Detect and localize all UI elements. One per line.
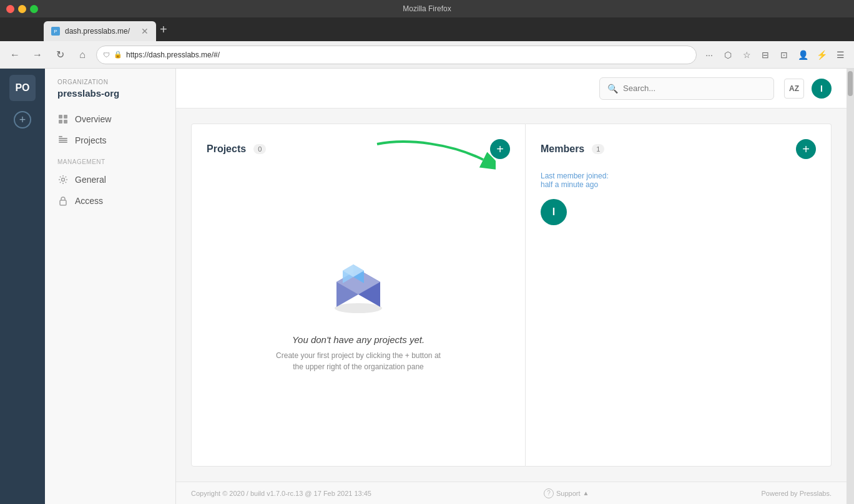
new-tab-button[interactable]: + xyxy=(160,22,167,37)
last-joined-time: half a minute ago xyxy=(541,180,598,189)
members-header: Members 1 + xyxy=(541,139,816,159)
management-label: MANAGEMENT xyxy=(45,151,175,169)
members-pane: Members 1 + Last member joined: half a m… xyxy=(526,124,832,467)
lock-icon: 🔒 xyxy=(114,51,122,59)
add-project-button[interactable]: + xyxy=(490,139,510,159)
svg-rect-1 xyxy=(64,115,67,119)
tab-close-button[interactable]: ✕ xyxy=(141,26,149,36)
extensions-button[interactable]: ⚡ xyxy=(814,47,829,62)
general-label: General xyxy=(75,175,106,185)
sidebar-item-access[interactable]: Access xyxy=(45,190,175,211)
support-section: ? Support ▲ xyxy=(544,488,589,498)
projects-header: Projects 0 + xyxy=(207,139,510,159)
tab-bar: P dash.presslabs.me/ ✕ + xyxy=(0,17,854,41)
top-bar-actions: AZ I xyxy=(784,79,832,99)
reload-button[interactable]: ↻ xyxy=(51,46,69,64)
library-button[interactable]: ⊟ xyxy=(758,47,773,62)
org-name: presslabs-org xyxy=(45,88,175,109)
account-button[interactable]: 👤 xyxy=(795,47,810,62)
members-title: Members xyxy=(541,143,584,155)
chevron-up-icon: ▲ xyxy=(583,490,589,497)
minimize-button[interactable] xyxy=(18,5,26,13)
browser-nav-bar: ← → ↻ ⌂ 🛡 🔒 https://dash.presslabs.me/#/… xyxy=(0,41,854,69)
svg-rect-9 xyxy=(60,200,66,205)
org-label: ORGANIZATION xyxy=(45,79,175,88)
sidebar: PO + xyxy=(0,69,45,504)
footer: Copyright © 2020 / build v1.7.0-rc.13 @ … xyxy=(176,482,847,504)
member-meta: Last member joined: half a minute ago xyxy=(541,172,816,189)
org-avatar[interactable]: PO xyxy=(9,75,36,101)
projects-empty-state: You don't have any projects yet. Create … xyxy=(207,172,510,451)
grid-icon xyxy=(57,114,69,125)
svg-rect-4 xyxy=(59,138,67,139)
scrollbar[interactable] xyxy=(847,69,854,504)
access-label: Access xyxy=(75,196,103,206)
projects-pane: Projects 0 + xyxy=(191,124,526,467)
tab-favicon: P xyxy=(51,27,60,36)
last-joined-label: Last member joined: xyxy=(541,172,609,180)
svg-point-10 xyxy=(335,303,382,313)
sidebar-add-button[interactable]: + xyxy=(14,111,31,128)
svg-rect-3 xyxy=(64,120,67,124)
cube-illustration xyxy=(324,251,393,322)
members-count: 1 xyxy=(592,144,604,154)
close-button[interactable] xyxy=(6,5,14,13)
window-title: Mozilla Firefox xyxy=(403,4,451,13)
az-button[interactable]: AZ xyxy=(784,79,804,99)
forward-button[interactable]: → xyxy=(29,46,46,64)
search-input[interactable] xyxy=(623,84,766,93)
svg-rect-7 xyxy=(59,136,62,137)
user-avatar[interactable]: I xyxy=(812,79,832,99)
main-content: 🔍 AZ I Projects 0 + xyxy=(176,69,847,504)
app-wrapper: PO + ORGANIZATION presslabs-org Overview xyxy=(0,69,854,504)
gear-icon xyxy=(57,174,69,185)
projects-title: Projects xyxy=(207,143,246,155)
url-text: https://dash.presslabs.me/#/ xyxy=(126,51,220,59)
more-button[interactable]: ··· xyxy=(702,47,717,62)
traffic-lights xyxy=(6,5,38,13)
sidebar-item-projects[interactable]: Projects xyxy=(45,130,175,151)
empty-title: You don't have any projects yet. xyxy=(292,334,425,345)
svg-rect-0 xyxy=(59,115,62,119)
projects-icon xyxy=(57,135,69,146)
svg-rect-5 xyxy=(59,140,67,141)
search-icon: 🔍 xyxy=(607,84,618,94)
pocket-button[interactable]: ⬡ xyxy=(720,47,735,62)
lock-icon xyxy=(57,195,69,206)
home-button[interactable]: ⌂ xyxy=(74,46,91,64)
content-area: Projects 0 + xyxy=(176,109,847,482)
sidebar-item-overview[interactable]: Overview xyxy=(45,109,175,130)
browser-nav-right: ··· ⬡ ☆ ⊟ ⊡ 👤 ⚡ ☰ xyxy=(702,47,848,62)
content-panels: Projects 0 + xyxy=(191,124,832,467)
title-bar: Mozilla Firefox xyxy=(0,0,854,17)
overview-label: Overview xyxy=(75,114,111,124)
maximize-button[interactable] xyxy=(30,5,38,13)
svg-rect-2 xyxy=(59,120,62,124)
url-bar[interactable]: 🛡 🔒 https://dash.presslabs.me/#/ xyxy=(96,46,697,64)
scroll-thumb[interactable] xyxy=(848,71,853,96)
tab-title: dash.presslabs.me/ xyxy=(65,27,130,36)
svg-rect-6 xyxy=(59,142,67,143)
browser-window: Mozilla Firefox P dash.presslabs.me/ ✕ +… xyxy=(0,0,854,504)
copyright-text: Copyright © 2020 / build v1.7.0-rc.13 @ … xyxy=(191,490,371,497)
support-icon: ? xyxy=(544,488,554,498)
sidebar-item-general[interactable]: General xyxy=(45,169,175,190)
support-label[interactable]: Support xyxy=(556,490,581,497)
top-bar: 🔍 AZ I xyxy=(176,69,847,109)
empty-desc: Create your first project by clicking th… xyxy=(271,350,446,372)
add-member-button[interactable]: + xyxy=(796,139,816,159)
projects-count: 0 xyxy=(253,144,266,154)
active-tab[interactable]: P dash.presslabs.me/ ✕ xyxy=(44,21,156,41)
back-button[interactable]: ← xyxy=(6,46,24,64)
menu-button[interactable]: ☰ xyxy=(833,47,848,62)
shield-icon: 🛡 xyxy=(103,51,110,59)
search-box[interactable]: 🔍 xyxy=(599,77,774,100)
member-avatar[interactable]: I xyxy=(541,199,567,225)
powered-by-text: Powered by Presslabs. xyxy=(761,490,832,497)
svg-point-8 xyxy=(62,178,65,182)
synced-tabs-button[interactable]: ⊡ xyxy=(777,47,792,62)
nav-panel: ORGANIZATION presslabs-org Overview xyxy=(45,69,176,504)
bookmark-button[interactable]: ☆ xyxy=(739,47,754,62)
projects-label: Projects xyxy=(75,135,107,145)
